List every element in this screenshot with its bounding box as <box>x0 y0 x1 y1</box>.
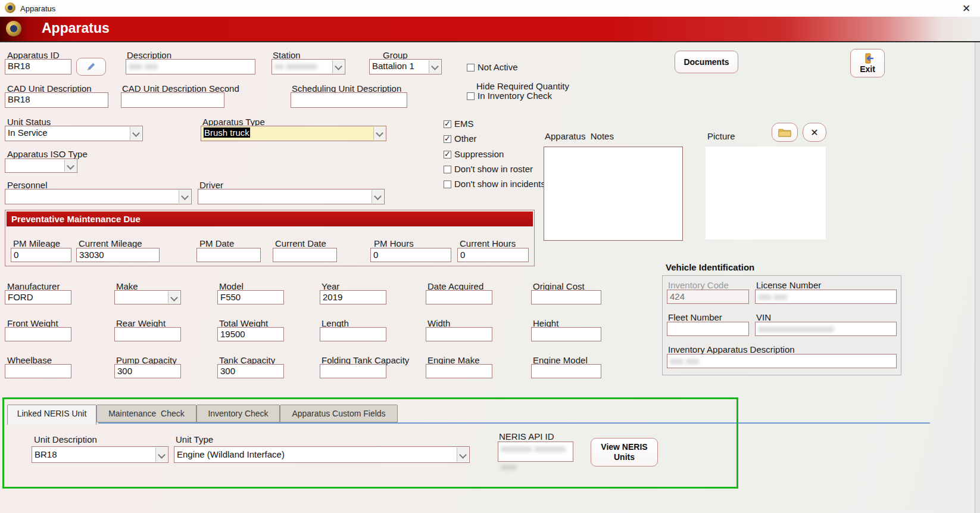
length-input[interactable] <box>320 327 386 341</box>
current-hours-input[interactable]: 0 <box>457 248 529 262</box>
inventory-apparatus-description-label: Inventory Apparatus Description <box>668 344 795 355</box>
dont-show-roster-checkbox[interactable] <box>444 166 451 173</box>
pm-section-header: Preventative Maintenance Due <box>7 212 533 226</box>
chevron-down-icon[interactable] <box>332 60 344 73</box>
personnel-select[interactable] <box>5 189 192 204</box>
app-icon <box>5 2 15 13</box>
scheduling-unit-input[interactable] <box>291 92 407 108</box>
inventory-apparatus-description-input[interactable]: xxx xxx <box>667 354 897 368</box>
cad-unit-input[interactable]: BR18 <box>5 92 108 108</box>
folding-tank-capacity-input[interactable] <box>320 364 386 378</box>
tab-maintenance-check[interactable]: Maintenance Check <box>96 405 196 422</box>
ems-label: EMS <box>454 119 474 129</box>
apparatus-id-input[interactable]: BR18 <box>5 59 71 74</box>
fleet-number-label: Fleet Number <box>668 312 722 322</box>
station-select[interactable]: xx xxxxxxx <box>271 59 345 74</box>
picture-label: Picture <box>707 131 735 141</box>
unit-description-select[interactable]: BR18 <box>32 446 168 463</box>
pump-capacity-input[interactable]: 300 <box>114 364 181 378</box>
clear-picture-button[interactable]: ✕ <box>803 123 826 142</box>
window-title: Apparatus <box>20 4 55 13</box>
wheelbase-input[interactable] <box>5 364 71 378</box>
current-mileage-input[interactable]: 33030 <box>76 248 160 262</box>
in-inventory-check-checkbox[interactable] <box>467 92 475 100</box>
unit-description-label: Unit Description <box>34 434 97 444</box>
model-input[interactable]: F550 <box>217 290 284 304</box>
unit-type-select[interactable]: Engine (Wildland Interface) <box>174 446 470 463</box>
total-weight-input[interactable]: 19500 <box>217 327 284 341</box>
vin-input[interactable]: xxxxxxxxxxxxxxxxx <box>755 322 897 336</box>
suppression-checkbox[interactable]: ✓ <box>444 151 451 158</box>
chevron-down-icon[interactable] <box>155 447 167 462</box>
tab-strip-line <box>98 422 930 424</box>
open-picture-button[interactable] <box>772 123 798 142</box>
pm-mileage-input[interactable]: 0 <box>11 248 71 262</box>
height-input[interactable] <box>531 327 601 341</box>
close-icon: ✕ <box>810 127 818 138</box>
inventory-code-input: 424 <box>667 290 749 304</box>
chevron-down-icon[interactable] <box>373 127 385 140</box>
driver-select[interactable] <box>198 189 385 204</box>
other-checkbox[interactable]: ✓ <box>444 135 451 143</box>
group-select[interactable]: Battalion 1 <box>369 59 442 74</box>
current-hours-label: Current Hours <box>460 238 516 248</box>
pm-date-label: PM Date <box>199 238 234 248</box>
width-input[interactable] <box>426 327 492 341</box>
apparatus-iso-type-label: Apparatus ISO Type <box>7 149 88 159</box>
other-label: Other <box>454 133 477 144</box>
edit-apparatus-id-button[interactable] <box>76 58 106 76</box>
fleet-number-input[interactable] <box>667 322 749 336</box>
apparatus-notes-label: Apparatus Notes <box>545 131 614 141</box>
current-date-input[interactable] <box>273 248 337 262</box>
vehicle-identification-title: Vehicle Identification <box>666 262 754 272</box>
picture-box[interactable] <box>706 147 826 240</box>
pm-hours-input[interactable]: 0 <box>370 248 451 262</box>
pm-mileage-label: PM Mileage <box>13 238 60 248</box>
tank-capacity-input[interactable]: 300 <box>217 364 284 378</box>
apparatus-iso-type-select[interactable] <box>5 158 77 173</box>
dont-show-incidents-label: Don't show in incidents <box>454 179 545 189</box>
tab-inventory-check[interactable]: Inventory Check <box>196 405 280 422</box>
neris-api-id-label: NERIS API ID <box>499 431 554 442</box>
make-select[interactable] <box>114 290 181 304</box>
chevron-down-icon[interactable] <box>429 60 441 73</box>
pencil-icon <box>86 61 96 72</box>
manufacturer-input[interactable]: FORD <box>5 290 71 304</box>
ems-checkbox[interactable]: ✓ <box>444 120 451 128</box>
tab-apparatus-custom-fields[interactable]: Apparatus Custom Fields <box>280 405 398 422</box>
chevron-down-icon[interactable] <box>372 190 383 203</box>
window-edge <box>975 42 980 513</box>
chevron-down-icon[interactable] <box>130 127 142 140</box>
exit-button[interactable]: Exit <box>850 49 885 77</box>
date-acquired-input[interactable] <box>426 290 492 304</box>
apparatus-notes-textarea[interactable] <box>544 147 683 241</box>
front-weight-input[interactable] <box>5 327 71 341</box>
current-date-label: Current Date <box>275 238 326 248</box>
pm-date-input[interactable] <box>196 248 261 262</box>
engine-model-input[interactable] <box>531 364 601 378</box>
view-neris-units-button[interactable]: View NERIS Units <box>591 438 658 467</box>
folder-icon <box>778 128 791 137</box>
neris-api-id-input: xxxxxxx xxxxxxx <box>498 442 573 462</box>
cad-unit-second-input[interactable] <box>121 92 224 108</box>
not-active-label: Not Active <box>477 62 518 72</box>
year-input[interactable]: 2019 <box>320 290 386 304</box>
tab-linked-neris-unit[interactable]: Linked NERIS Unit <box>7 405 96 425</box>
unit-status-select[interactable]: In Service <box>5 126 143 141</box>
chevron-down-icon[interactable] <box>168 291 180 303</box>
chevron-down-icon[interactable] <box>64 160 76 172</box>
close-window-button[interactable]: ✕ <box>957 2 975 15</box>
apparatus-type-combo[interactable]: Brush truck <box>201 126 386 141</box>
chevron-down-icon[interactable] <box>179 190 191 203</box>
chevron-down-icon[interactable] <box>457 447 469 462</box>
in-inventory-check-label: In Inventory Check <box>477 91 552 101</box>
not-active-checkbox[interactable] <box>467 64 475 71</box>
description-input[interactable]: xxx xxx <box>126 59 255 74</box>
documents-button[interactable]: Documents <box>675 51 738 73</box>
original-cost-input[interactable] <box>531 290 601 304</box>
license-number-input[interactable]: xxx xxx <box>755 290 897 304</box>
dont-show-incidents-checkbox[interactable] <box>444 181 451 188</box>
engine-make-input[interactable] <box>426 364 492 378</box>
rear-weight-input[interactable] <box>114 327 181 341</box>
inventory-code-label: Inventory Code <box>668 280 729 290</box>
